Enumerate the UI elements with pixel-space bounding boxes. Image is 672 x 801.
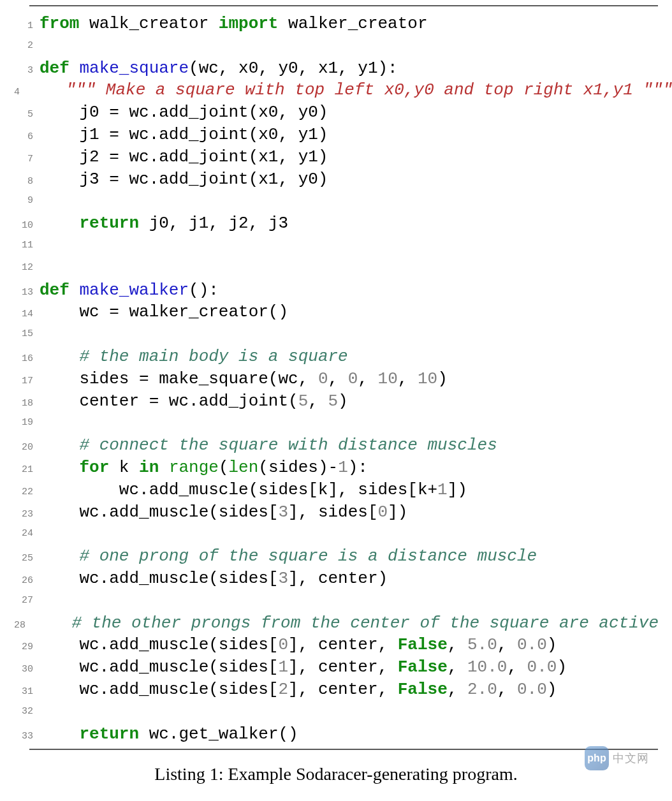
token-plain: (sides)- — [258, 458, 338, 477]
token-num: 2 — [278, 680, 288, 699]
line-number: 3 — [14, 60, 33, 82]
line-number: 5 — [14, 104, 33, 126]
code-line: 26 wc.add_muscle(sides[3], center) — [14, 568, 658, 590]
token-plain: ) — [547, 635, 557, 654]
code-line: 15 — [14, 323, 658, 346]
token-plain: ], sides[ — [288, 503, 377, 522]
listing-top-rule — [29, 5, 658, 6]
code-line: 4 """ Make a square with top left x0,y0 … — [14, 79, 658, 101]
token-plain: ]) — [448, 480, 467, 499]
code-content: # one prong of the square is a distance … — [40, 545, 537, 568]
token-plain: , — [308, 392, 328, 411]
token-plain — [40, 547, 79, 566]
code-line: 10 return j0, j1, j2, j3 — [14, 212, 658, 235]
token-plain: wc.add_muscle(sides[ — [40, 658, 278, 677]
watermark: php 中文网 — [585, 746, 649, 770]
token-plain: (wc, x0, y0, x1, y1): — [189, 59, 398, 78]
code-line: 21 for k in range(len(sides)-1): — [14, 457, 658, 479]
code-content: wc.add_muscle(sides[3], sides[0]) — [40, 501, 407, 524]
token-num: 10.0 — [467, 658, 507, 677]
code-content: return wc.get_walker() — [40, 723, 298, 746]
token-plain: ], center) — [288, 569, 388, 588]
token-plain: , — [448, 658, 467, 677]
code-line: 32 — [14, 701, 658, 723]
line-number: 2 — [14, 35, 33, 57]
code-listing: 1from walk_creator import walker_creator… — [14, 13, 658, 745]
line-number: 31 — [14, 681, 33, 703]
token-kw-import: import — [219, 14, 279, 33]
token-plain: , — [497, 680, 517, 699]
code-line: 20 # connect the square with distance mu… — [14, 434, 658, 457]
token-plain: center = wc.add_joint( — [40, 392, 298, 411]
token-kw-for: for — [79, 458, 109, 477]
code-line: 13def make_walker(): — [14, 279, 658, 302]
token-plain — [26, 80, 66, 99]
token-plain — [32, 614, 71, 633]
code-content: wc.add_muscle(sides[2], center, False, 2… — [40, 679, 557, 701]
code-content: from walk_creator import walker_creator — [40, 13, 428, 35]
token-plain — [40, 347, 79, 366]
line-number: 32 — [14, 701, 33, 723]
token-plain: j0, j1, j2, j3 — [139, 214, 288, 233]
code-content: wc.add_muscle(sides[k], sides[k+1]) — [40, 479, 467, 501]
line-number: 18 — [14, 393, 33, 415]
token-plain — [69, 281, 80, 300]
line-number: 17 — [14, 371, 33, 393]
token-plain: j2 = wc.add_joint(x1, y1) — [40, 147, 328, 166]
token-plain: , — [328, 369, 347, 388]
token-num: 0 — [318, 369, 328, 388]
token-plain: j0 = wc.add_joint(x0, y0) — [40, 103, 328, 122]
token-plain — [40, 214, 79, 233]
code-line: 28 # the other prongs from the center of… — [14, 612, 658, 635]
line-number: 33 — [14, 726, 33, 748]
token-num: 1 — [437, 480, 448, 499]
token-kw-from: from — [40, 14, 79, 33]
code-content: def make_square(wc, x0, y0, x1, y1): — [40, 57, 398, 80]
token-plain: , — [358, 369, 377, 388]
token-num: 0 — [348, 369, 358, 388]
line-number: 6 — [14, 126, 33, 149]
code-content: wc.add_muscle(sides[1], center, False, 1… — [40, 656, 567, 679]
token-plain: ) — [338, 392, 348, 411]
code-content: # the main body is a square — [40, 346, 348, 368]
token-plain: , — [448, 680, 467, 699]
token-plain: wc.add_muscle(sides[ — [40, 569, 278, 588]
token-plain: j1 = wc.add_joint(x0, y1) — [40, 125, 328, 144]
code-line: 24 — [14, 523, 658, 545]
token-num: 5 — [328, 392, 339, 411]
code-content: j2 = wc.add_joint(x1, y1) — [40, 146, 328, 168]
line-number: 19 — [14, 412, 33, 434]
token-num: 3 — [278, 569, 288, 588]
line-number: 16 — [14, 348, 33, 371]
code-line: 23 wc.add_muscle(sides[3], sides[0]) — [14, 501, 658, 524]
line-number: 25 — [14, 548, 33, 570]
token-kw-false: False — [398, 635, 448, 654]
token-plain: ) — [437, 369, 448, 388]
token-plain: ], center, — [288, 658, 398, 677]
code-content: center = wc.add_joint(5, 5) — [40, 390, 348, 413]
code-content: return j0, j1, j2, j3 — [40, 212, 288, 235]
token-num: 5 — [298, 392, 309, 411]
code-content: wc = walker_creator() — [40, 301, 288, 323]
listing-caption: Listing 1: Example Sodaracer-generating … — [14, 764, 658, 784]
code-line: 29 wc.add_muscle(sides[0], center, False… — [14, 634, 658, 656]
token-plain: wc.add_muscle(sides[ — [40, 635, 278, 654]
code-content: j0 = wc.add_joint(x0, y0) — [40, 101, 328, 124]
watermark-text: 中文网 — [613, 751, 649, 766]
token-plain: sides = make_square(wc, — [40, 369, 318, 388]
token-plain — [69, 59, 80, 78]
token-plain: wc.add_muscle(sides[ — [40, 503, 278, 522]
line-number: 13 — [14, 282, 33, 304]
token-num: 10 — [418, 369, 437, 388]
token-plain — [40, 458, 79, 477]
token-plain — [40, 436, 79, 455]
token-num: 2.0 — [467, 680, 497, 699]
code-line: 12 — [14, 257, 658, 279]
code-line: 2 — [14, 35, 658, 57]
token-kw-false: False — [398, 680, 448, 699]
code-line: 19 — [14, 412, 658, 434]
token-comment: # the other prongs from the center of th… — [71, 614, 659, 633]
token-plain — [159, 458, 169, 477]
line-number: 20 — [14, 437, 33, 459]
line-number: 24 — [14, 523, 33, 545]
